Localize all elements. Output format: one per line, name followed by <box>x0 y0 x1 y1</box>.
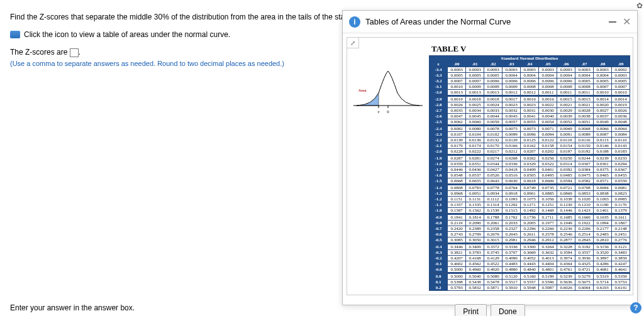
col-header: .01 <box>466 62 484 67</box>
table-row: -2.10.01790.01740.01700.01660.01620.0158… <box>430 143 630 149</box>
table-row: -1.70.04460.04360.04270.04180.04090.0401… <box>430 167 630 173</box>
table-row: -2.50.00620.00600.00590.00570.00550.0054… <box>430 119 630 125</box>
col-header: .05 <box>539 62 557 67</box>
table-row: -2.40.00820.00800.00780.00750.00730.0071… <box>430 126 630 132</box>
col-header: z <box>430 62 448 67</box>
table-row: -3.20.00070.00070.00060.00060.00060.0006… <box>430 79 630 84</box>
col-header: .04 <box>521 62 539 67</box>
table-row: -3.10.00100.00090.00090.00090.00080.0008… <box>430 84 630 90</box>
col-header: .02 <box>484 62 502 67</box>
popup-title: Tables of Areas under the Normal Curve <box>365 17 604 26</box>
normal-curve-figure: Area z 0 <box>350 43 426 226</box>
table-row: 0.00.50000.50400.50800.51200.51600.51990… <box>430 274 630 280</box>
col-header: .00 <box>448 62 466 67</box>
table-row: 0.20.57930.58320.58710.59100.59480.59870… <box>430 285 630 291</box>
answer-label: The Z-scores are <box>10 48 67 57</box>
table-label: TABLE V <box>429 43 469 55</box>
minimize-icon[interactable] <box>609 21 616 23</box>
table-row: -2.60.00470.00450.00440.00430.00410.0040… <box>430 114 630 119</box>
col-header: .08 <box>594 62 612 67</box>
table-row: -1.50.06680.06550.06430.06300.06180.0606… <box>430 178 630 184</box>
table-row: -2.90.00190.00180.00180.00170.00160.0016… <box>430 97 630 102</box>
table-row: -1.20.11510.11310.11120.10930.10750.1056… <box>430 197 630 202</box>
table-row: -0.10.46020.45620.45220.44830.44430.4404… <box>430 261 630 267</box>
table-row: 0.10.53980.54380.54780.55170.55570.55960… <box>430 280 630 285</box>
table-row: -3.40.00030.00030.00030.00030.00030.0003… <box>430 67 630 73</box>
table-row: -2.20.01390.01360.01320.01290.01250.0122… <box>430 138 630 143</box>
svg-text:z: z <box>378 110 380 114</box>
gear-icon[interactable]: ✿ <box>636 1 643 10</box>
svg-text:Area: Area <box>358 89 367 92</box>
col-header: .07 <box>575 62 594 67</box>
table-row: -2.70.00350.00340.00330.00320.00310.0030… <box>430 108 630 114</box>
close-icon[interactable]: ✕ <box>623 16 631 28</box>
table-row: -0.60.27430.27090.26760.26430.26110.2578… <box>430 232 630 237</box>
hint-text[interactable]: Click the icon to view a table of areas … <box>24 30 230 39</box>
book-icon[interactable] <box>10 31 20 38</box>
help-icon[interactable]: ? <box>630 302 641 313</box>
table-row: -1.90.02870.02810.02740.02680.02620.0256… <box>430 156 630 161</box>
table-row: -0.30.38210.37830.37450.37070.36690.3632… <box>430 250 630 256</box>
col-header: .06 <box>557 62 575 67</box>
table-row: -0.40.34460.34090.33720.33360.33000.3264… <box>430 244 630 250</box>
table-row: -3.00.00130.00130.00130.00120.00120.0011… <box>430 90 630 95</box>
table-row: -3.30.00050.00050.00050.00040.00040.0004… <box>430 73 630 79</box>
answer-input[interactable] <box>70 48 79 57</box>
table-row: -0.20.42070.41680.41290.40900.40520.4013… <box>430 256 630 261</box>
table-row: -1.10.13570.13350.13140.12920.12710.1251… <box>430 202 630 208</box>
dist-label: Standard Normal Distribution <box>430 56 630 62</box>
table-row: -2.30.01070.01040.01020.00990.00960.0094… <box>430 132 630 138</box>
enter-answer-hint: Enter your answer in the answer box. <box>10 303 135 312</box>
table-row: -1.30.09680.09510.09340.09180.09010.0885… <box>430 191 630 197</box>
table-row: -0.50.30850.30500.30150.29810.29460.2912… <box>430 237 630 243</box>
table-row: -0.80.21190.20900.20610.20330.20050.1977… <box>430 221 630 226</box>
table-popup: i Tables of Areas under the Normal Curve… <box>342 10 638 305</box>
done-button[interactable]: Done <box>491 304 525 316</box>
table-row: -1.40.08080.07930.07780.07640.07490.0735… <box>430 185 630 191</box>
col-header: .09 <box>612 62 630 67</box>
table-row: -0.70.24200.23890.23580.23270.22960.2266… <box>430 226 630 232</box>
svg-text:0: 0 <box>387 110 389 114</box>
info-icon: i <box>349 16 360 28</box>
expand-icon[interactable]: ⤢ <box>347 37 359 48</box>
table-row: -1.80.03590.03510.03440.03360.03290.0322… <box>430 161 630 167</box>
table-row: -2.00.02280.02220.02170.02120.02070.0202… <box>430 149 630 155</box>
table-row: -0.90.18410.18140.17880.17620.17360.1711… <box>430 215 630 221</box>
z-table: Standard Normal Distribution z.00.01.02.… <box>429 55 630 291</box>
col-header: .03 <box>502 62 521 67</box>
print-button[interactable]: Print <box>455 304 487 316</box>
table-row: -1.60.05480.05370.05260.05160.05050.0495… <box>430 173 630 178</box>
table-row: -2.80.00260.00250.00240.00230.00230.0022… <box>430 102 630 108</box>
table-row: -0.00.50000.49600.49200.48800.48400.4801… <box>430 267 630 273</box>
table-row: -1.00.15870.15620.15390.15150.14920.1469… <box>430 208 630 214</box>
